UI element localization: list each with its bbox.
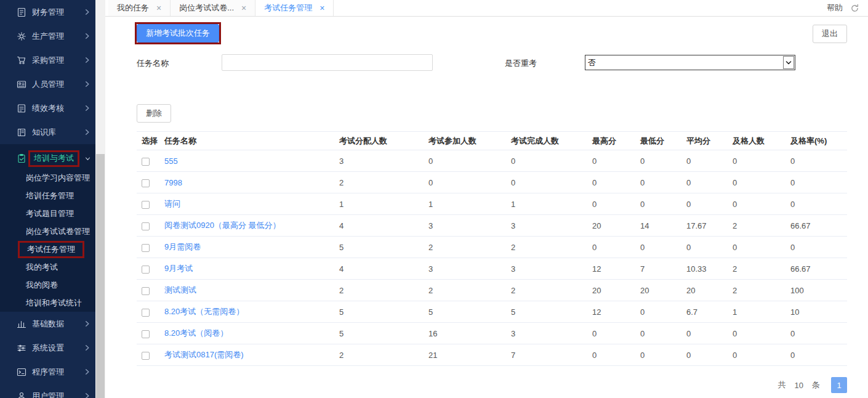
value-cell: 20 (681, 286, 728, 295)
settings-icon (17, 343, 26, 353)
sidebar-subitem-6[interactable]: 我的阅卷 (0, 276, 95, 294)
table-row: 55530000000 (137, 150, 847, 172)
help-link[interactable]: 帮助 (827, 2, 843, 14)
value-cell: 3 (334, 156, 424, 166)
sidebar-group-training: 培训与考试岗位学习内容管理培训任务管理考试题目管理岗位考试试卷管理考试任务管理我… (0, 144, 95, 312)
value-cell: 0 (728, 178, 786, 187)
page-button-1[interactable]: 1 (831, 377, 847, 393)
table-row: 9月需阅卷52200000 (137, 237, 847, 258)
row-checkbox[interactable] (142, 179, 150, 187)
row-checkbox[interactable] (142, 309, 150, 317)
task-name-link[interactable]: 7998 (164, 178, 182, 187)
exit-button[interactable]: 退出 (813, 25, 847, 43)
task-name-link[interactable]: 测试测试 (164, 285, 196, 294)
row-checkbox[interactable] (142, 201, 150, 209)
sidebar-item-data[interactable]: 基础数据 (0, 312, 95, 336)
training-icon (17, 153, 26, 163)
task-name-link[interactable]: 考试测试0817(需阅卷) (164, 350, 244, 359)
value-cell: 10.33 (681, 264, 728, 274)
sidebar-subitem-2[interactable]: 考试题目管理 (0, 205, 95, 222)
row-checkbox[interactable] (142, 158, 150, 166)
retake-select-value: 否 (588, 57, 783, 68)
value-cell: 0 (635, 351, 681, 360)
sidebar-item-performance[interactable]: 绩效考核 (0, 96, 95, 120)
chevron-right-icon (84, 392, 90, 398)
sidebar-scrollbar-thumb[interactable] (96, 154, 105, 398)
table-header-row: 选择任务名称考试分配人数考试参加人数考试完成人数最高分最低分平均分及格人数及格率… (137, 131, 847, 150)
table-row: 799820000000 (137, 172, 847, 193)
value-cell: 0 (681, 156, 728, 166)
sidebar-item-finance[interactable]: 财务管理 (0, 0, 95, 24)
retake-select[interactable]: 否 (585, 55, 795, 70)
task-name-link[interactable]: 请问 (164, 199, 180, 208)
value-cell: 0 (728, 243, 786, 252)
value-cell: 0 (635, 178, 681, 187)
task-name-cell: 阅卷测试0920（最高分 最低分） (161, 220, 334, 231)
task-name-label: 任务名称 (137, 58, 169, 69)
close-icon[interactable]: × (319, 4, 324, 12)
close-icon[interactable]: × (241, 4, 246, 12)
sidebar-item-settings[interactable]: 系统设置 (0, 336, 95, 360)
task-name-link[interactable]: 9月需阅卷 (164, 242, 201, 251)
sidebar-item-label: 基础数据 (32, 319, 64, 330)
value-cell: 0 (728, 200, 786, 209)
sidebar-item-knowledge[interactable]: 知识库 (0, 120, 95, 144)
tab-my-tasks[interactable]: 我的任务 × (108, 0, 171, 16)
sidebar-subitem-1[interactable]: 培训任务管理 (0, 187, 95, 205)
task-name-link[interactable]: 9月考试 (164, 264, 193, 273)
value-cell: 0 (786, 351, 847, 360)
task-name-link[interactable]: 555 (164, 156, 178, 166)
sidebar-subitem-7[interactable]: 培训和考试统计 (0, 294, 95, 312)
task-name-link[interactable]: 8.20考试（阅卷） (164, 328, 228, 338)
sidebar-item-program[interactable]: 程序管理 (0, 360, 95, 384)
row-checkbox[interactable] (142, 287, 150, 295)
pagination-total-prefix: 共 (778, 380, 786, 391)
value-cell: 0 (635, 200, 681, 209)
sidebar-item-label: 绩效考核 (32, 103, 64, 114)
sidebar-item-production[interactable]: 生产管理 (0, 24, 95, 48)
sidebar-item-user[interactable]: 用户管理 (0, 384, 95, 398)
task-name-cell: 8.20考试（阅卷） (161, 328, 334, 339)
tab-post-exam-paper[interactable]: 岗位考试试卷... × (171, 0, 255, 16)
checkbox-cell (137, 285, 161, 294)
close-icon[interactable]: × (156, 4, 161, 12)
chevron-right-icon (84, 320, 90, 327)
sidebar-subitem-4[interactable]: 考试任务管理 (0, 240, 95, 258)
sidebar-item-label: 知识库 (32, 127, 56, 138)
row-checkbox[interactable] (142, 222, 150, 230)
sidebar-subitem-3[interactable]: 岗位考试试卷管理 (0, 222, 95, 240)
checkbox-cell (137, 328, 161, 338)
tab-exam-task-management[interactable]: 考试任务管理 × (255, 0, 334, 16)
table-row: 测试测试2222020202100 (137, 280, 847, 301)
value-cell: 66.67 (786, 264, 847, 274)
delete-button[interactable]: 删除 (137, 104, 171, 123)
value-cell: 4 (334, 221, 424, 230)
sidebar-item-label: 人员管理 (32, 79, 64, 90)
chevron-right-icon (84, 105, 90, 112)
sidebar-item-training[interactable]: 培训与考试 (0, 148, 95, 169)
annotation-box-add-button: 新增考试批次任务 (135, 22, 221, 44)
value-cell: 0 (786, 178, 847, 187)
sidebar-item-personnel[interactable]: 人员管理 (0, 72, 95, 96)
task-name-link[interactable]: 8.20考试（无需阅卷） (164, 307, 244, 316)
sidebar-scrollbar[interactable] (95, 0, 105, 398)
annotation-box: 培训与考试 (28, 150, 79, 167)
sidebar-subitem-0[interactable]: 岗位学习内容管理 (0, 169, 95, 187)
task-name-input[interactable] (222, 54, 433, 71)
sidebar-subitem-5[interactable]: 我的考试 (0, 258, 95, 276)
row-checkbox[interactable] (142, 330, 150, 338)
add-exam-batch-task-button[interactable]: 新增考试批次任务 (137, 24, 219, 43)
tab-bar: 我的任务 × 岗位考试试卷... × 考试任务管理 × 帮助 (105, 0, 868, 17)
refresh-icon[interactable] (850, 4, 859, 13)
row-checkbox[interactable] (142, 352, 150, 360)
annotation-box: 考试任务管理 (18, 241, 84, 258)
row-checkbox[interactable] (142, 244, 150, 252)
column-header: 及格率(%) (786, 136, 847, 147)
task-name-link[interactable]: 阅卷测试0920（最高分 最低分） (164, 221, 281, 230)
sidebar-item-procurement[interactable]: 采购管理 (0, 48, 95, 72)
value-cell: 0 (786, 329, 847, 338)
checkbox-cell (137, 221, 161, 230)
value-cell: 3 (506, 264, 587, 274)
checkbox-cell (137, 156, 161, 165)
row-checkbox[interactable] (142, 266, 150, 274)
